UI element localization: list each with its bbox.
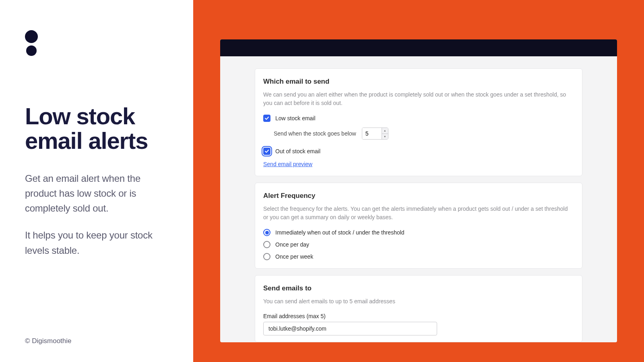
threshold-input-wrapper: ▲ ▼ bbox=[362, 128, 388, 140]
send-emails-card: Send emails to You can send alert emails… bbox=[255, 275, 582, 342]
send-preview-link[interactable]: Send email preview bbox=[263, 161, 312, 167]
freq-option-daily: Once per day bbox=[263, 241, 574, 248]
intro-paragraph-1: Get an email alert when the product has … bbox=[25, 171, 168, 216]
threshold-row: Send when the stock goes below ▲ ▼ bbox=[274, 128, 574, 140]
page-headline: Low stock email alerts bbox=[25, 104, 168, 153]
spinner-up-button[interactable]: ▲ bbox=[382, 128, 388, 134]
card-title: Which email to send bbox=[263, 78, 574, 86]
radio-daily[interactable] bbox=[263, 241, 270, 248]
spinner: ▲ ▼ bbox=[382, 128, 388, 139]
logo-icon bbox=[25, 30, 168, 56]
check-icon bbox=[264, 116, 269, 121]
card-title: Send emails to bbox=[263, 284, 574, 292]
low-stock-label: Low stock email bbox=[275, 115, 316, 121]
out-of-stock-checkbox[interactable] bbox=[263, 148, 270, 155]
app-window: Which email to send We can send you an a… bbox=[220, 39, 617, 342]
card-description: Select the frequency for the alerts. You… bbox=[263, 205, 574, 222]
card-title: Alert Frequency bbox=[263, 192, 574, 200]
copyright-text: © Digismoothie bbox=[25, 337, 72, 345]
alert-frequency-card: Alert Frequency Select the frequency for… bbox=[255, 183, 582, 269]
freq-option-weekly: Once per week bbox=[263, 253, 574, 260]
radio-immediately[interactable] bbox=[263, 229, 270, 236]
card-description: We can send you an alert either when the… bbox=[263, 90, 574, 107]
card-description: You can send alert emails to up to 5 ema… bbox=[263, 297, 574, 306]
screenshot-backdrop: Which email to send We can send you an a… bbox=[193, 0, 644, 362]
radio-label: Once per day bbox=[275, 241, 309, 248]
app-body: Which email to send We can send you an a… bbox=[220, 56, 617, 342]
spinner-down-button[interactable]: ▼ bbox=[382, 134, 388, 140]
intro-paragraph-2: It helps you to keep your stock levels s… bbox=[25, 228, 168, 257]
threshold-input[interactable] bbox=[362, 128, 382, 139]
low-stock-checkbox-row: Low stock email bbox=[263, 115, 574, 122]
email-field-label: Email addresses (max 5) bbox=[263, 313, 574, 319]
app-topbar bbox=[220, 39, 617, 56]
freq-option-immediately: Immediately when out of stock / under th… bbox=[263, 229, 574, 236]
which-email-card: Which email to send We can send you an a… bbox=[255, 68, 582, 176]
email-input[interactable] bbox=[263, 322, 437, 335]
radio-weekly[interactable] bbox=[263, 253, 270, 260]
marketing-sidebar: Low stock email alerts Get an email aler… bbox=[0, 0, 193, 362]
radio-label: Immediately when out of stock / under th… bbox=[275, 229, 405, 236]
out-of-stock-checkbox-row: Out of stock email bbox=[263, 148, 574, 155]
threshold-label: Send when the stock goes below bbox=[274, 130, 356, 137]
radio-label: Once per week bbox=[275, 253, 313, 260]
check-icon bbox=[264, 149, 269, 154]
low-stock-checkbox[interactable] bbox=[263, 115, 270, 122]
out-of-stock-label: Out of stock email bbox=[275, 148, 320, 154]
